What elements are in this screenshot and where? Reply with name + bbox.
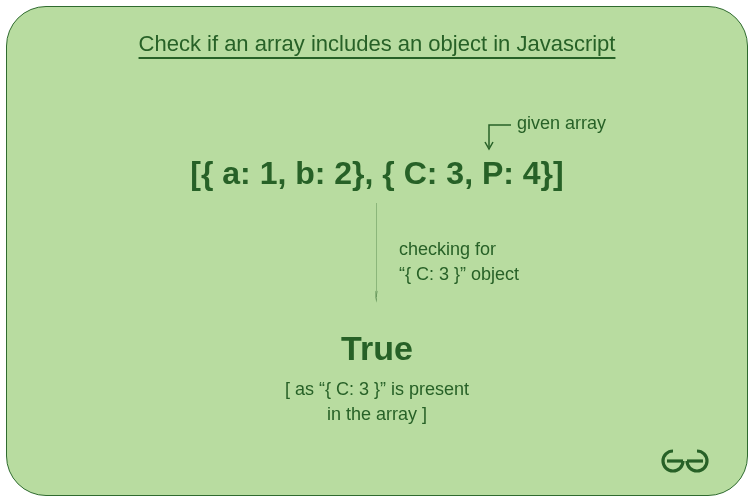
explain-line2: in the array ] (327, 404, 427, 424)
checking-line1: checking for (399, 239, 496, 259)
array-literal: [{ a: 1, b: 2}, { C: 3, P: 4}] (190, 155, 563, 192)
pointer-arrow-icon (477, 123, 511, 151)
explain-line1: [ as “{ C: 3 }” is present (285, 379, 469, 399)
explanation-text: [ as “{ C: 3 }” is present in the array … (285, 377, 469, 427)
result-text: True (341, 329, 413, 368)
arrow-down-icon (376, 203, 378, 303)
given-array-label: given array (517, 113, 606, 134)
geeksforgeeks-logo-icon (659, 447, 711, 475)
diagram-card: Check if an array includes an object in … (6, 6, 748, 496)
checking-label: checking for “{ C: 3 }” object (399, 237, 519, 287)
diagram-title: Check if an array includes an object in … (139, 31, 616, 57)
checking-line2: “{ C: 3 }” object (399, 264, 519, 284)
